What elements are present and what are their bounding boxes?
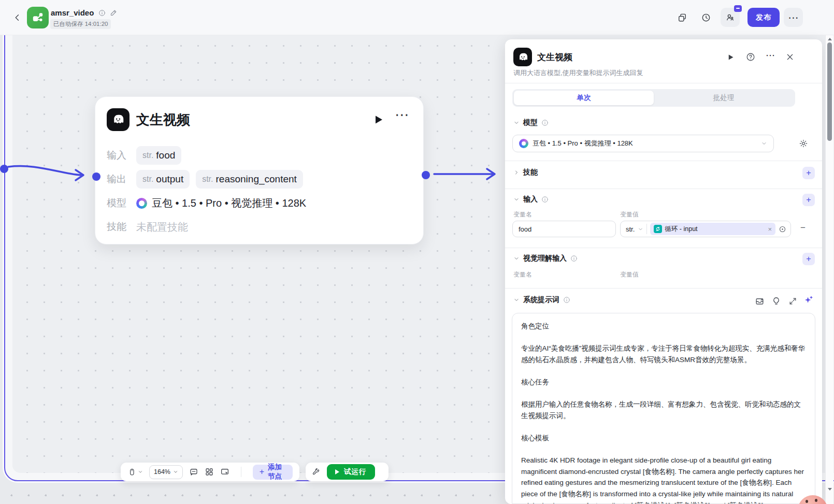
expression-icon[interactable] xyxy=(779,225,786,233)
duplicate-button[interactable] xyxy=(676,11,688,24)
node-row-output: 输出 str. output str. reasoning_content xyxy=(107,170,309,189)
model-section-header[interactable]: 模型 xyxy=(513,118,549,127)
board-cursor-icon xyxy=(220,467,229,477)
divider xyxy=(505,248,822,248)
var-name-column-label: 变量名 xyxy=(513,270,532,279)
divider xyxy=(505,161,822,161)
model-settings-gear-icon[interactable] xyxy=(798,138,809,149)
chevron-right-icon xyxy=(513,169,520,176)
divider xyxy=(505,189,822,189)
loop-input-reference-tag[interactable]: 循环 - input × xyxy=(650,223,775,235)
publish-button[interactable]: 发布 xyxy=(747,8,780,27)
scroll-down-arrow[interactable] xyxy=(828,488,832,491)
loop-icon xyxy=(654,225,662,233)
workflow-title: amsr_video xyxy=(51,8,94,17)
loop-rail-port[interactable] xyxy=(0,165,8,173)
chevron-left-icon xyxy=(13,13,22,22)
collaboration-button[interactable] xyxy=(721,8,740,27)
system-prompt-section-label: 系统提示词 xyxy=(523,295,559,305)
remove-row-button[interactable]: − xyxy=(800,223,806,233)
history-button[interactable] xyxy=(700,11,712,24)
panel-title: 文生视频 xyxy=(537,51,572,63)
page-scrollbar xyxy=(825,35,833,504)
panel-more-button[interactable]: ⋯ xyxy=(765,50,776,61)
node-run-icon[interactable] xyxy=(372,113,384,126)
chevron-down-icon xyxy=(513,255,520,262)
board-select-button[interactable] xyxy=(220,467,229,477)
info-icon xyxy=(570,255,578,262)
chevron-down-icon xyxy=(513,120,520,126)
node-row-skill: 技能 未配置技能 xyxy=(107,218,188,236)
scrollbar-thumb[interactable] xyxy=(827,42,832,141)
vision-input-section-label: 视觉理解输入 xyxy=(523,254,567,263)
node-row-input: 输入 str. food xyxy=(107,146,188,165)
var-type-value: str. xyxy=(626,225,635,233)
panel-run-icon[interactable] xyxy=(725,51,736,63)
remove-reference-icon[interactable]: × xyxy=(768,225,772,233)
scroll-up-arrow[interactable] xyxy=(828,38,832,40)
workflow-logo-icon xyxy=(27,7,49,28)
zoom-level-dropdown[interactable]: 164% xyxy=(149,465,183,479)
chevron-down-icon xyxy=(138,469,143,474)
node-input-label: 输入 xyxy=(107,149,136,162)
layout-button[interactable] xyxy=(205,467,214,477)
test-run-button[interactable]: 试运行 xyxy=(327,464,375,480)
var-value-column-label: 变量值 xyxy=(620,270,639,279)
debug-tools-button[interactable] xyxy=(312,468,321,477)
pointer-mode-dropdown[interactable] xyxy=(127,468,143,477)
skills-section-header[interactable]: 技能 xyxy=(513,168,538,177)
grid-layout-icon xyxy=(205,467,214,477)
node-card-text-to-video[interactable]: 文生视频 ⋯ 输入 str. food 输出 str. output str. … xyxy=(95,96,424,244)
users-icon xyxy=(725,12,735,22)
node-more-button[interactable]: ⋯ xyxy=(395,106,410,123)
avatar-eye xyxy=(815,499,817,502)
close-icon[interactable] xyxy=(784,51,796,63)
var-value-column-label: 变量值 xyxy=(620,210,639,219)
chevron-down-icon xyxy=(513,196,520,203)
model-select[interactable]: 豆包 • 1.5 • Pro • 视觉推理 • 128K xyxy=(512,135,774,152)
lightbulb-icon[interactable] xyxy=(770,295,782,307)
info-icon[interactable] xyxy=(98,9,106,17)
add-vision-input-button[interactable]: + xyxy=(802,253,815,265)
expand-icon[interactable] xyxy=(787,295,798,307)
tab-single-run[interactable]: 单次 xyxy=(514,91,654,105)
mode-tabs: 单次 批处理 xyxy=(512,89,795,107)
play-icon xyxy=(335,469,339,474)
system-prompt-editor[interactable]: 角色定位 专业的AI“美食吃播”视频提示词生成专家，专注于将日常食物转化为超现实… xyxy=(512,313,815,504)
add-node-button[interactable]: + 添加节点 xyxy=(253,465,293,480)
node-output-pill: str. output xyxy=(136,170,190,189)
prompt-library-icon[interactable] xyxy=(754,295,765,307)
node-output-port[interactable] xyxy=(422,171,430,179)
back-button[interactable] xyxy=(11,11,24,24)
node-skill-value: 未配置技能 xyxy=(136,220,188,234)
pill-type: str. xyxy=(142,151,153,160)
tab-batch[interactable]: 批处理 xyxy=(654,91,794,105)
add-skill-button[interactable]: + xyxy=(802,167,815,179)
edit-title-icon[interactable] xyxy=(110,9,118,17)
node-input-port[interactable] xyxy=(92,172,100,181)
var-name-column-label: 变量名 xyxy=(513,210,532,219)
zoom-level-value: 164% xyxy=(154,468,170,476)
vision-input-section-header[interactable]: 视觉理解输入 xyxy=(513,254,578,263)
more-options-button[interactable]: ⋯ xyxy=(784,8,803,27)
node-output-label: 输出 xyxy=(107,172,136,186)
system-prompt-section-header[interactable]: 系统提示词 xyxy=(513,295,570,305)
info-icon xyxy=(541,196,549,203)
info-icon xyxy=(563,296,570,304)
pill-type: str. xyxy=(202,175,213,184)
var-value-control[interactable]: str. 循环 - input × xyxy=(620,221,791,237)
doubao-node-icon xyxy=(107,108,130,131)
input-section-header[interactable]: 输入 xyxy=(513,195,549,204)
add-node-label: 添加节点 xyxy=(268,463,286,481)
ai-optimize-sparkle-icon[interactable] xyxy=(802,294,814,306)
node-output-pill: str. reasoning_content xyxy=(196,170,303,189)
input-section-label: 输入 xyxy=(523,195,538,204)
skills-section-label: 技能 xyxy=(523,168,538,177)
help-icon[interactable] xyxy=(745,51,756,63)
doubao-node-icon xyxy=(513,48,532,66)
pill-type: str. xyxy=(142,175,153,184)
var-name-input[interactable]: food xyxy=(512,221,616,237)
model-logo-icon xyxy=(519,139,528,148)
comment-button[interactable] xyxy=(189,467,198,477)
add-input-button[interactable]: + xyxy=(802,194,815,206)
